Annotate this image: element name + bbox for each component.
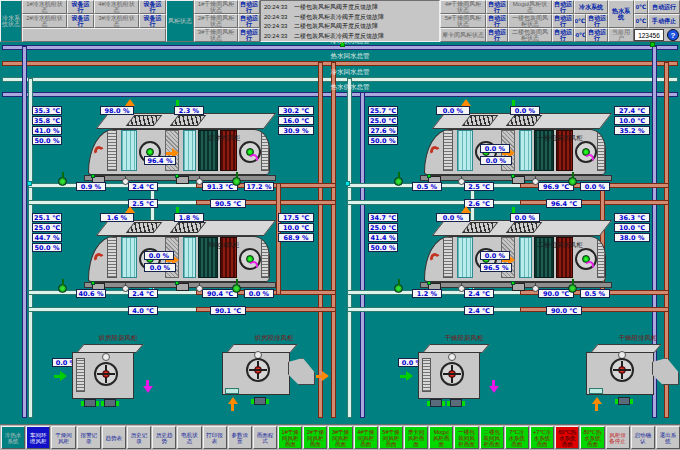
- toolbar-button-8[interactable]: 打印报表: [203, 426, 227, 449]
- louver-panel: [443, 130, 453, 171]
- damper-value-box: 2.3 %: [174, 106, 204, 115]
- toolbar-button-13[interactable]: 3#干燥间风柜画面: [328, 426, 352, 449]
- water-valve-icon[interactable]: [58, 177, 67, 186]
- toolbar-button-1[interactable]: 车间环境风柜: [26, 426, 50, 449]
- toolbar-button-23[interactable]: 80℃热水系统画面: [580, 426, 604, 449]
- toolbar-button-14[interactable]: 4#干燥间风柜画面: [354, 426, 378, 449]
- pipe-value-box: 0.5 %: [412, 182, 442, 191]
- help-icon[interactable]: ?: [667, 29, 679, 41]
- fan-icon[interactable]: [440, 362, 464, 386]
- water-valve-icon[interactable]: [568, 177, 577, 186]
- fan-unit-name: 烘房段排风柜: [219, 334, 329, 342]
- water-valve-icon[interactable]: [394, 177, 403, 186]
- cold-system-label: 冷水系统: [574, 0, 608, 14]
- pipe-value-box: 17.2 %: [244, 182, 274, 191]
- supply-air-value-box: 36.3 ℃: [614, 213, 650, 222]
- actuator-light: [91, 174, 95, 178]
- water-valve-icon[interactable]: [394, 284, 403, 293]
- toolbar-button-20[interactable]: 7℃冷水系统画面: [505, 426, 529, 449]
- toolbar-button-24[interactable]: 风柜设备停止: [606, 426, 630, 449]
- supply-air-value-box: 35.2 %: [614, 126, 650, 135]
- alarm-list[interactable]: 20:24:33一楼包装风柜风阀开度反馈故障20:24:33一楼包装风柜表冷阀开…: [260, 0, 440, 42]
- toolbar-button-6[interactable]: 历史趋势: [152, 426, 176, 449]
- toolbar-button-19[interactable]: 二楼包装间风柜画面: [480, 426, 504, 449]
- fan-unit-3[interactable]: 干燥段排风柜: [572, 332, 680, 420]
- ahu-run-status: 自动运行: [238, 28, 260, 42]
- toolbar-button-12[interactable]: 2#干燥间风柜画面: [303, 426, 327, 449]
- fan-hub: [448, 370, 456, 378]
- supply-air-value-box: 30.2 ℃: [278, 106, 314, 115]
- chiller-status-label: 3#冷水机组状态: [94, 14, 139, 28]
- fan-icon[interactable]: [94, 362, 118, 386]
- toolbar-button-22[interactable]: 60℃热水系统画面: [555, 426, 579, 449]
- support-leg: [254, 397, 266, 405]
- damper-actuator[interactable]: [512, 283, 525, 291]
- toolbar-button-15[interactable]: 5#干燥间风柜画面: [379, 426, 403, 449]
- fan-unit-2[interactable]: 干燥段新风柜0.0 %: [398, 332, 530, 420]
- inlet-hook-icon: [429, 252, 441, 264]
- fan-unit-0[interactable]: 烘房段新风柜0.0 %: [52, 332, 184, 420]
- pipe-label-hot-supply-main: 热水供水总管: [305, 83, 395, 90]
- fan-icon[interactable]: [610, 358, 634, 382]
- arrow-head: [143, 386, 153, 393]
- discharge-arrow-icon: [142, 380, 153, 393]
- water-valve-icon[interactable]: [232, 177, 241, 186]
- toolbar-button-3[interactable]: 报警记录: [77, 426, 101, 449]
- damper-actuator[interactable]: [176, 283, 189, 291]
- pipe-value-box: 0.9 %: [76, 182, 106, 191]
- chiller-run-status: 设备运行: [139, 0, 166, 14]
- fan-unit-1[interactable]: 烘房段排风柜: [208, 332, 340, 420]
- support-leg: [430, 399, 442, 407]
- arrow-head: [406, 371, 413, 381]
- toolbar-button-5[interactable]: 历史记录: [127, 426, 151, 449]
- damper-actuator[interactable]: [176, 176, 189, 184]
- intake-slot: [589, 388, 603, 394]
- gauge-icon: [196, 285, 203, 292]
- water-valve-icon[interactable]: [568, 284, 577, 293]
- ahu-unit-3[interactable]: 二楼包装间风柜34.7 ℃25.0 ℃41.4 %50.0 %0.0 %0.0 …: [362, 210, 662, 342]
- toolbar-button-0[interactable]: 冷热水系统: [1, 426, 25, 449]
- toolbar-button-18[interactable]: 一楼包装间风柜画面: [454, 426, 478, 449]
- alarm-row: 20:24:33二楼包装风柜表冷阀开度反馈故障: [264, 32, 436, 42]
- discharge-chute: [652, 358, 679, 385]
- pipe-value-box: 0.0 %: [244, 289, 274, 298]
- toolbar-button-25[interactable]: 启动确认: [631, 426, 655, 449]
- hvac-scada-screen: 冷水供水总管热水回水总管冷水回水总管热水供水总管 缓冲间风柜35.3 ℃35.8…: [0, 0, 680, 450]
- actuator-light: [511, 174, 515, 178]
- toolbar-button-16[interactable]: 摩卡间风柜画面: [404, 426, 428, 449]
- damper-value-box: 98.0 %: [100, 106, 134, 115]
- return-air-value-box: 25.7 ℃: [368, 106, 398, 115]
- water-valve-icon[interactable]: [232, 284, 241, 293]
- alarm-text: 二楼包装风柜风阀开度反馈故障: [294, 23, 378, 29]
- pipe-value-box: 96.4 ℃: [546, 199, 582, 208]
- supply-air-value-box: 27.4 ℃: [614, 106, 650, 115]
- water-valve-icon[interactable]: [58, 284, 67, 293]
- current-user-value[interactable]: 123456: [634, 29, 664, 41]
- toolbar-button-26[interactable]: 退出系统: [656, 426, 680, 449]
- toolbar-button-11[interactable]: 1#干燥间风柜画面: [278, 426, 302, 449]
- cooling-coil: [121, 130, 137, 171]
- toolbar-button-10[interactable]: 画面程式: [253, 426, 277, 449]
- fan-icon[interactable]: [246, 358, 270, 382]
- supply-air-value-box: 16.0 ℃: [278, 116, 314, 125]
- return-air-value-box: 44.7 %: [32, 233, 62, 242]
- damper-actuator[interactable]: [512, 176, 525, 184]
- ahu-unit-1[interactable]: Mogul风柜25.1 ℃25.0 ℃44.7 %50.0 %1.6 %1.8 …: [26, 210, 326, 342]
- toolbar-button-4[interactable]: 趋势表: [102, 426, 126, 449]
- damper-value-box: 0.0 %: [510, 106, 540, 115]
- fan-status-light: [146, 148, 154, 156]
- toolbar-button-21[interactable]: +7℃冷水系统画面: [530, 426, 554, 449]
- return-air-value-box: 34.7 ℃: [368, 213, 398, 222]
- supply-air-value-box: 10.0 ℃: [614, 223, 650, 232]
- cooling-coil: [457, 130, 473, 171]
- chiller-run-status: 设备运行: [139, 14, 166, 28]
- cold-water-temp: 0℃: [574, 14, 586, 28]
- toolbar-button-2[interactable]: 干燥间风柜: [51, 426, 75, 449]
- arrow-head: [461, 99, 471, 106]
- toolbar-button-9[interactable]: 参数设置: [228, 426, 252, 449]
- system-status-label: 冷水系统状态: [0, 0, 22, 42]
- actuator-light: [427, 174, 431, 178]
- toolbar-button-7[interactable]: 电机状态: [177, 426, 201, 449]
- toolbar-button-17[interactable]: Mogul风柜画面: [429, 426, 453, 449]
- support-leg: [618, 397, 630, 405]
